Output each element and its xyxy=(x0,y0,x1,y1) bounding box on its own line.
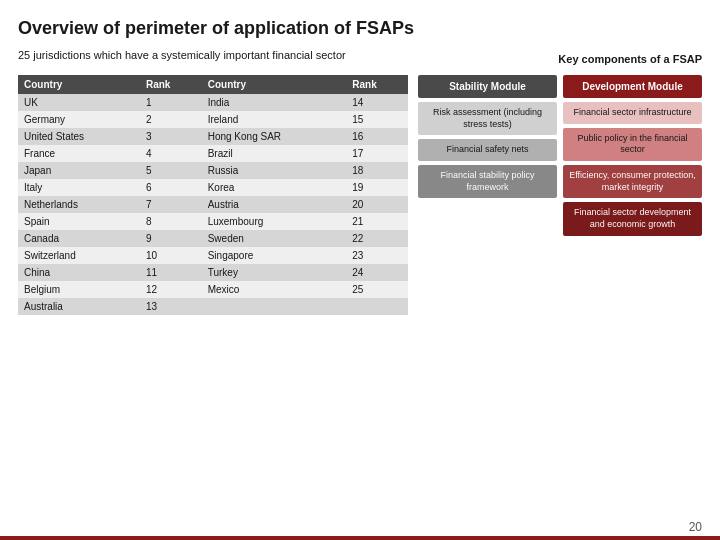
table-cell xyxy=(346,298,408,315)
table-cell: Netherlands xyxy=(18,196,140,213)
table-cell: Brazil xyxy=(202,145,347,162)
table-cell: 5 xyxy=(140,162,202,179)
table-cell: 14 xyxy=(346,94,408,111)
table-cell: 12 xyxy=(140,281,202,298)
table-cell xyxy=(202,298,347,315)
table-cell: 7 xyxy=(140,196,202,213)
table-cell: 10 xyxy=(140,247,202,264)
table-cell: Japan xyxy=(18,162,140,179)
stability-header: Stability Module xyxy=(418,75,557,98)
table-cell: 1 xyxy=(140,94,202,111)
table-cell: Luxembourg xyxy=(202,213,347,230)
key-components-label: Key components of a FSAP xyxy=(558,53,702,65)
page-title: Overview of perimeter of application of … xyxy=(18,18,702,39)
col-header-country1: Country xyxy=(18,75,140,94)
table-cell: 13 xyxy=(140,298,202,315)
table-cell: 21 xyxy=(346,213,408,230)
table-cell: India xyxy=(202,94,347,111)
table-cell: Austria xyxy=(202,196,347,213)
table-cell: Germany xyxy=(18,111,140,128)
table-cell: UK xyxy=(18,94,140,111)
table-cell: Turkey xyxy=(202,264,347,281)
development-header: Development Module xyxy=(563,75,702,98)
stability-cell-3: Financial stability policy framework xyxy=(418,165,557,198)
table-cell: Belgium xyxy=(18,281,140,298)
table-cell: Mexico xyxy=(202,281,347,298)
jurisdictions-table: Country Rank Country Rank UK1India14Germ… xyxy=(18,75,408,315)
development-cell-3: Efficiency, consumer protection, market … xyxy=(563,165,702,198)
table-cell: Italy xyxy=(18,179,140,196)
table-cell: 24 xyxy=(346,264,408,281)
table-cell: 25 xyxy=(346,281,408,298)
table-cell: Australia xyxy=(18,298,140,315)
table-cell: China xyxy=(18,264,140,281)
table-cell: 4 xyxy=(140,145,202,162)
table-cell: Ireland xyxy=(202,111,347,128)
col-header-country2: Country xyxy=(202,75,347,94)
table-cell: 15 xyxy=(346,111,408,128)
table-cell: 18 xyxy=(346,162,408,179)
table-cell: Korea xyxy=(202,179,347,196)
table-cell: 6 xyxy=(140,179,202,196)
table-cell: Sweden xyxy=(202,230,347,247)
development-cell-2: Public policy in the financial sector xyxy=(563,128,702,161)
table-cell: 3 xyxy=(140,128,202,145)
table-cell: Canada xyxy=(18,230,140,247)
development-cell-1: Financial sector infrastructure xyxy=(563,102,702,124)
table-cell: 9 xyxy=(140,230,202,247)
table-cell: 22 xyxy=(346,230,408,247)
subtitle-text: 25 jurisdictions which have a systemical… xyxy=(18,49,346,61)
table-cell: 2 xyxy=(140,111,202,128)
col-header-rank1: Rank xyxy=(140,75,202,94)
table-cell: 16 xyxy=(346,128,408,145)
table-cell: Spain xyxy=(18,213,140,230)
stability-column: Stability Module Risk assessment (includ… xyxy=(418,75,557,198)
table-cell: Switzerland xyxy=(18,247,140,264)
table-cell: 19 xyxy=(346,179,408,196)
page-number: 20 xyxy=(689,520,702,534)
table-cell: 20 xyxy=(346,196,408,213)
table-cell: 8 xyxy=(140,213,202,230)
table-cell: 17 xyxy=(346,145,408,162)
bottom-bar xyxy=(0,536,720,540)
development-cell-4: Financial sector development and economi… xyxy=(563,202,702,235)
stability-cell-2: Financial safety nets xyxy=(418,139,557,161)
table-cell: 11 xyxy=(140,264,202,281)
table-cell: Hong Kong SAR xyxy=(202,128,347,145)
table-cell: Russia xyxy=(202,162,347,179)
stability-cell-1: Risk assessment (including stress tests) xyxy=(418,102,557,135)
table-cell: 23 xyxy=(346,247,408,264)
table-cell: Singapore xyxy=(202,247,347,264)
development-column: Development Module Financial sector infr… xyxy=(563,75,702,236)
col-header-rank2: Rank xyxy=(346,75,408,94)
table-cell: United States xyxy=(18,128,140,145)
table-cell: France xyxy=(18,145,140,162)
fsap-diagram: Stability Module Risk assessment (includ… xyxy=(418,75,702,236)
